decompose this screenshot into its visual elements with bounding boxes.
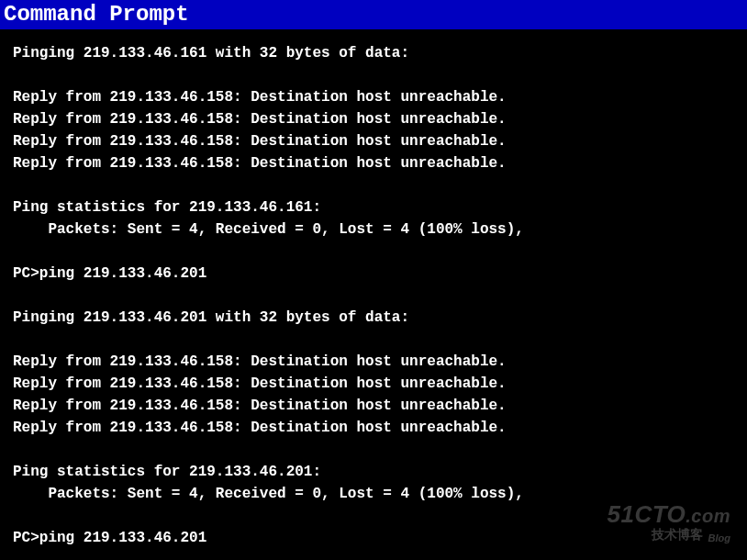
window-title: Command Prompt [4, 2, 189, 27]
terminal-output[interactable]: Pinging 219.133.46.161 with 32 bytes of … [0, 29, 747, 560]
window-titlebar: Command Prompt [0, 0, 747, 29]
